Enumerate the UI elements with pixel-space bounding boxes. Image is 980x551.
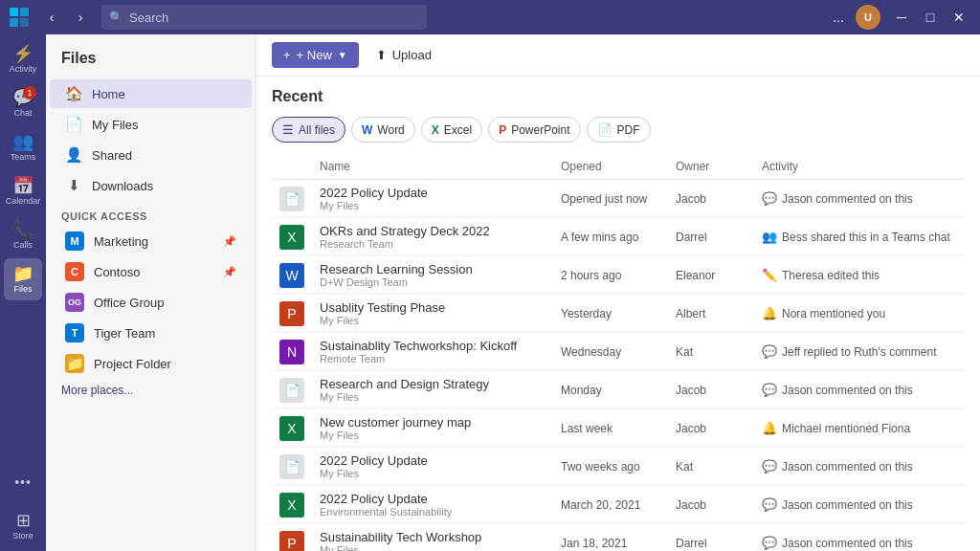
powerpoint-label: PowerPoint (511, 123, 569, 137)
file-owner: Darrel (668, 218, 754, 256)
file-owner: Jacob (668, 371, 754, 409)
chat-badge: 1 (23, 86, 36, 99)
file-name-cell: Sustainability Tech Workshop My Files (312, 524, 553, 552)
close-button[interactable]: ✕ (946, 6, 972, 29)
filter-tab-all[interactable]: ☰ All files (272, 117, 345, 143)
file-activity: ✏️ Theresa edited this (754, 256, 965, 295)
file-location: My Files (320, 315, 546, 326)
qa-contoso[interactable]: C Contoso 📌 (50, 257, 252, 286)
upload-icon: ⬆ (376, 48, 387, 62)
titlebar-actions: ... U ─ □ ✕ (825, 5, 972, 30)
col-icon (272, 154, 312, 180)
table-row[interactable]: P Sustainability Tech Workshop My Files … (272, 524, 965, 552)
svg-rect-1 (20, 8, 29, 16)
more-options-button[interactable]: ... (825, 6, 852, 29)
section-title: Recent (272, 88, 965, 105)
sidebar-item-chat[interactable]: 1 💬 Chat (4, 82, 42, 124)
table-row[interactable]: W Research Learning Session D+W Design T… (272, 256, 965, 295)
file-opened: Opened just now (553, 180, 668, 218)
col-owner[interactable]: Owner (668, 154, 754, 180)
search-icon: 🔍 (109, 11, 123, 24)
chat-label: Chat (13, 108, 32, 118)
back-button[interactable]: ‹ (38, 6, 65, 29)
table-row[interactable]: 📄 2022 Policy Update My Files Opened jus… (272, 180, 965, 218)
sidebar-nav-myfiles[interactable]: 📄 My Files (50, 110, 252, 139)
file-name-cell: 2022 Policy Update Environmental Sustain… (312, 486, 553, 524)
qa-office-group[interactable]: OG Office Group (50, 288, 252, 317)
table-row[interactable]: P Usablity Testing Phase My Files Yester… (272, 295, 965, 333)
file-owner: Kat (668, 333, 754, 371)
col-name[interactable]: Name (312, 154, 553, 180)
file-name: Usablity Testing Phase (320, 300, 546, 315)
filter-tab-word[interactable]: W Word (351, 117, 415, 143)
table-row[interactable]: N Sustainablity Techworkshop: Kickoff Re… (272, 333, 965, 371)
file-type-icon: X (272, 218, 312, 256)
activity-text: Jason commented on this (782, 460, 913, 474)
activity-icon: 💬 (762, 536, 777, 550)
sidebar-item-more[interactable]: ••• (4, 461, 42, 503)
file-icon-generic: 📄 (279, 378, 304, 403)
activity-icon: 💬 (762, 383, 777, 397)
window-controls: ─ □ ✕ (888, 6, 972, 29)
activity-icon: 🔔 (762, 306, 777, 320)
filter-tab-ppt[interactable]: P PowerPoint (488, 117, 580, 143)
sidebar-item-calendar[interactable]: 📅 Calendar (4, 170, 42, 212)
toolbar: + + New ▼ ⬆ Upload (256, 34, 980, 77)
table-row[interactable]: 📄 Research and Design Strategy My Files … (272, 371, 965, 409)
filter-tab-pdf[interactable]: 📄 PDF (587, 117, 651, 143)
file-icon-excel: X (279, 225, 304, 250)
more-places-link[interactable]: More places... (46, 379, 256, 402)
minimize-button[interactable]: ─ (888, 6, 915, 29)
files-content: Recent ☰ All files W Word X Excel P Powe… (256, 77, 980, 551)
activity-text: Jeff replied to Ruth's comment (782, 345, 936, 359)
forward-button[interactable]: › (67, 6, 94, 29)
qa-marketing[interactable]: M Marketing 📌 (50, 227, 252, 255)
sidebar-item-store[interactable]: ⊞ Store (4, 505, 42, 547)
file-opened: March 20, 2021 (553, 486, 668, 524)
new-button[interactable]: + + New ▼ (272, 42, 359, 68)
file-icon-generic: 📄 (279, 454, 304, 479)
contoso-label: Contoso (94, 265, 140, 279)
file-icon-generic: 📄 (279, 187, 304, 211)
upload-button[interactable]: ⬆ Upload (367, 42, 441, 68)
qa-tiger-team[interactable]: T Tiger Team (50, 319, 252, 347)
file-icon-ppt: P (279, 531, 304, 552)
table-row[interactable]: 📄 2022 Policy Update My Files Two weeks … (272, 448, 965, 486)
table-row[interactable]: X 2022 Policy Update Environmental Susta… (272, 486, 965, 524)
marketing-label: Marketing (94, 234, 148, 249)
sidebar-item-files[interactable]: 📁 Files (4, 258, 42, 300)
sidebar-nav-shared[interactable]: 👤 Shared (50, 141, 252, 169)
sidebar-item-teams[interactable]: 👥 Teams (4, 126, 42, 168)
sidebar-item-calls[interactable]: 📞 Calls (4, 214, 42, 256)
file-icon-excel: X (279, 416, 304, 441)
all-files-icon: ☰ (282, 122, 294, 137)
maximize-button[interactable]: □ (917, 6, 944, 29)
file-opened: Monday (553, 371, 668, 409)
all-files-label: All files (299, 123, 335, 137)
filter-tab-excel[interactable]: X Excel (421, 117, 482, 143)
files-icon: 📁 (12, 265, 33, 282)
file-location: My Files (320, 544, 546, 551)
file-owner: Eleanor (668, 256, 754, 295)
avatar[interactable]: U (856, 5, 880, 30)
more-icon: ••• (14, 475, 32, 489)
table-row[interactable]: X New customer journey map My Files Last… (272, 409, 965, 448)
table-row[interactable]: X OKRs and Strategy Deck 2022 Research T… (272, 218, 965, 256)
myfiles-label: My Files (92, 118, 138, 132)
search-input[interactable] (129, 11, 419, 25)
project-folder-icon: 📁 (65, 354, 84, 373)
col-activity[interactable]: Activity (754, 154, 965, 180)
downloads-label: Downloads (92, 179, 153, 193)
table-header-row: Name Opened Owner Activity (272, 154, 965, 180)
activity-text: Jason commented on this (782, 498, 913, 512)
store-icon: ⊞ (16, 512, 31, 529)
activity-icon: 💬 (762, 497, 777, 512)
col-opened[interactable]: Opened (553, 154, 668, 180)
file-location: Environmental Sustainability (320, 506, 546, 518)
activity-icon: 💬 (762, 191, 777, 206)
qa-project-folder[interactable]: 📁 Project Folder (50, 349, 252, 378)
sidebar-nav-home[interactable]: 🏠 Home (50, 79, 252, 108)
activity-text: Jason commented on this (782, 537, 913, 550)
sidebar-nav-downloads[interactable]: ⬇ Downloads (50, 171, 252, 200)
sidebar-item-activity[interactable]: ⚡ Activity (4, 38, 42, 80)
